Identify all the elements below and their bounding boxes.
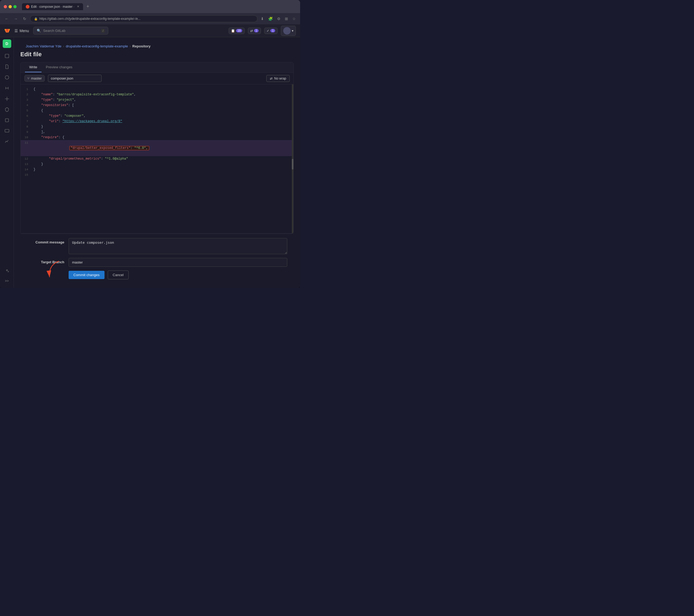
issues-count: 1 [270,29,275,32]
merge-requests-badge[interactable]: ⇄ 1 [248,27,261,34]
new-tab-button[interactable]: + [84,3,91,11]
extensions-icon[interactable]: 🧩 [267,16,274,22]
todo-icon: 📋 [231,29,235,33]
menu-label: Menu [20,29,29,33]
code-line-6: 6 "type": "composer", [21,113,292,119]
refresh-button[interactable]: ↻ [21,16,28,22]
code-line-10: 10 "require": { [21,135,292,140]
menu-button[interactable]: ☰ Menu [15,29,29,33]
global-search[interactable]: 🔍 Search GitLab / [33,27,108,35]
code-line-12: 12 "drupal/prometheus_metrics": "^1.0@al… [21,156,292,162]
line-content-14: } [31,167,292,172]
tab-close-icon[interactable]: ✕ [77,5,79,8]
branch-selector[interactable]: ⑂ master [24,75,45,82]
tab-title: Edit · composer.json · master · [31,5,74,8]
project-avatar[interactable]: D [3,39,11,48]
url-text: https://gitlab.cern.ch/jyde/drupalsite-e… [39,17,141,21]
line-num-14: 14 [21,167,31,172]
download-icon[interactable]: ⬇ [260,16,265,22]
breadcrumb-current: Repository [132,44,151,48]
sidebar-collapse-button[interactable]: >> [0,276,14,286]
sidebar-item-settings[interactable] [2,265,12,275]
nowrap-button[interactable]: ⇄ No wrap [266,75,290,82]
browser-titlebar: Edit · composer.json · master · ✕ + [0,0,300,13]
editor-empty-space[interactable] [21,178,292,231]
edit-file-panel: Write Preview changes ⑂ master ⇄ No wrap [20,62,294,234]
svg-rect-3 [5,129,9,132]
sidebar-item-files[interactable] [2,62,12,72]
scrollbar-thumb[interactable] [292,159,293,170]
code-editor[interactable]: 1 { 2 "name": "barros/drupalsite-extraco… [21,85,292,233]
gitlab-app: ☰ Menu 🔍 Search GitLab / 📋 19 ⇄ 1 ✓ [0,24,300,288]
code-line-8: 8 } [21,124,292,129]
project-initial: D [5,41,8,46]
sidebar-item-analytics[interactable] [2,137,12,147]
commit-message-input[interactable]: Update composer.json [69,238,287,254]
line-content-6: "type": "composer", [31,113,292,119]
line-num-7: 7 [21,119,31,124]
maximize-button[interactable] [13,5,17,8]
sidebar-item-packages[interactable] [2,115,12,125]
cancel-button[interactable]: Cancel [108,270,129,279]
code-line-15: 15 [21,172,292,178]
line-num-13: 13 [21,162,31,167]
line-content-1: { [31,87,292,92]
code-line-9: 9 ], [21,129,292,135]
line-content-9: ], [31,129,292,135]
line-content-11: "drupal/better_exposed_filters": "^6.0", [31,140,292,156]
sidebar-item-repo[interactable] [2,51,12,61]
line-content-8: } [31,124,292,129]
close-button[interactable] [4,5,7,8]
svg-point-1 [5,76,9,79]
sidebar-item-ci-cd[interactable] [2,94,12,104]
line-num-10: 10 [21,135,31,140]
breadcrumb-user[interactable]: Joachim Valdemar Yde [26,44,61,48]
code-line-4: 4 "repositories": [ [21,102,292,108]
settings-icon[interactable]: ⚙ [276,16,281,22]
browser-window: Edit · composer.json · master · ✕ + ← → … [0,0,300,288]
commit-section: Commit message Update composer.json Targ… [20,234,294,284]
editor-scrollbar[interactable] [292,85,293,233]
url-bar[interactable]: 🔒 https://gitlab.cern.ch/jyde/drupalsite… [30,15,257,22]
code-line-11: 11 "drupal/better_exposed_filters": "^6.… [21,140,292,156]
sidebar-item-monitor[interactable] [2,126,12,136]
commit-actions-row: Commit changes Cancel [27,270,287,279]
tab-write[interactable]: Write [25,62,41,72]
line-num-3: 3 [21,97,31,102]
browser-navbar: ← → ↻ 🔒 https://gitlab.cern.ch/jyde/drup… [0,13,300,24]
branch-name: master [31,76,42,80]
branch-icon: ⑂ [27,76,30,80]
mr-icon: ⇄ [250,29,253,33]
active-tab[interactable]: Edit · composer.json · master · ✕ [22,3,83,10]
commit-changes-button[interactable]: Commit changes [69,271,105,279]
minimize-button[interactable] [8,5,12,8]
line-content-13: } [31,162,292,167]
sidebar-item-security[interactable] [2,105,12,114]
nowrap-label: No wrap [274,77,286,80]
star-icon[interactable]: ☆ [291,16,297,22]
sidebar-item-merge-requests[interactable] [2,83,12,93]
sidebar-item-issues[interactable] [2,73,12,82]
code-line-14: 14 } [21,167,292,172]
target-branch-input[interactable] [69,258,287,267]
line-num-2: 2 [21,92,31,97]
issues-badge[interactable]: ✓ 1 [264,27,278,34]
user-avatar[interactable]: ▾ [281,26,296,36]
search-placeholder: Search GitLab [43,29,66,33]
breadcrumb: Joachim Valdemar Yde › drupalsite-extrac… [20,41,294,51]
filename-input[interactable] [48,75,102,82]
collapse-label: >> [5,279,8,283]
nowrap-icon: ⇄ [270,77,273,80]
line-content-15 [31,172,292,178]
back-button[interactable]: ← [3,16,10,22]
breadcrumb-repo[interactable]: drupalsite-extraconfig-template-example [66,44,128,48]
code-line-7: 7 "url": "https://packages.drupal.org/8" [21,119,292,124]
todos-badge[interactable]: 📋 19 [229,27,245,34]
code-line-5: 5 { [21,108,292,113]
line-content-12: "drupal/prometheus_metrics": "^1.0@alpha… [31,156,292,162]
svg-rect-2 [5,119,8,122]
grid-icon[interactable]: ⊞ [284,16,289,22]
line-num-4: 4 [21,102,31,108]
forward-button[interactable]: → [12,16,19,22]
tab-preview[interactable]: Preview changes [41,62,77,72]
